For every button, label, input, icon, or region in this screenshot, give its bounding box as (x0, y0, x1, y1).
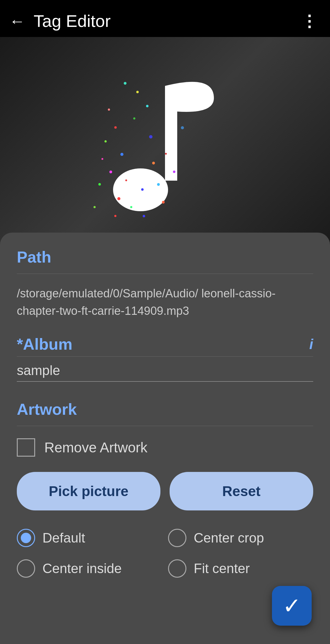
back-button[interactable]: ← (9, 13, 25, 29)
radio-label-center_crop: Center crop (194, 530, 264, 546)
album-art-area (0, 37, 330, 251)
radio-inner-default (21, 533, 31, 543)
svg-point-0 (113, 168, 168, 211)
pick-picture-button[interactable]: Pick picture (17, 472, 160, 510)
confirm-fab[interactable]: ✓ (272, 586, 312, 626)
album-underline (17, 381, 313, 382)
radio-option-default[interactable]: Default (17, 529, 162, 547)
radio-outer-default (17, 529, 35, 547)
radio-label-fit_center: Fit center (194, 561, 250, 576)
remove-artwork-checkbox[interactable] (17, 438, 35, 457)
artwork-buttons-row: Pick picture Reset (17, 472, 313, 510)
album-field-divider (17, 356, 313, 357)
radio-option-center_inside[interactable]: Center inside (17, 559, 162, 578)
check-icon: ✓ (283, 593, 301, 619)
path-divider (17, 274, 313, 274)
remove-artwork-label: Remove Artwork (44, 439, 147, 456)
radio-option-fit_center[interactable]: Fit center (168, 559, 313, 578)
music-note-container (86, 55, 244, 233)
album-field-row: *Album i (17, 335, 313, 353)
album-label: *Album (17, 335, 72, 353)
path-value: /storage/emulated/0/Sample/Audio/ leonel… (17, 285, 313, 320)
topbar-left: ← Tag Editor (9, 11, 111, 31)
radio-label-default: Default (42, 530, 85, 546)
confetti-dot (101, 158, 103, 160)
reset-button[interactable]: Reset (170, 472, 313, 510)
confetti-dot (98, 183, 101, 186)
artwork-section-label: Artwork (17, 400, 313, 418)
radio-outer-fit_center (168, 559, 186, 578)
topbar: ← Tag Editor ⋮ (0, 0, 330, 37)
radio-outer-center_crop (168, 529, 186, 547)
path-section-label: Path (17, 248, 313, 266)
bottom-sheet: Path /storage/emulated/0/Sample/Audio/ l… (0, 233, 330, 644)
scale-type-radio-group: DefaultCenter cropCenter insideFit cente… (17, 529, 313, 578)
album-info-icon[interactable]: i (309, 336, 313, 352)
radio-outer-center_inside (17, 559, 35, 578)
remove-artwork-row: Remove Artwork (17, 438, 313, 457)
artwork-section: Artwork Remove Artwork Pick picture Rese… (17, 400, 313, 578)
radio-option-center_crop[interactable]: Center crop (168, 529, 313, 547)
radio-label-center_inside: Center inside (42, 561, 122, 576)
music-note-icon (104, 68, 226, 220)
album-value[interactable]: sample (17, 363, 313, 378)
artwork-divider (17, 426, 313, 426)
more-menu-button[interactable]: ⋮ (301, 12, 318, 30)
page-title: Tag Editor (34, 11, 111, 31)
confetti-dot (94, 206, 96, 208)
